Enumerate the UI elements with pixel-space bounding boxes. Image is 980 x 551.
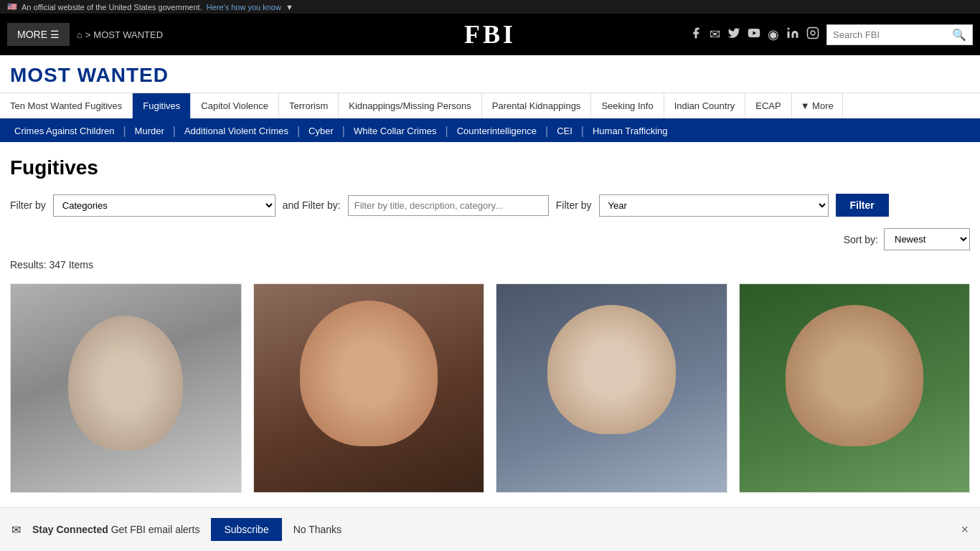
home-link[interactable]: ⌂ <box>77 29 83 40</box>
nav-capitol-violence[interactable]: Capitol Violence <box>191 93 279 118</box>
categories-filter[interactable]: Categories <box>53 194 275 217</box>
primary-nav: Ten Most Wanted Fugitives Fugitives Capi… <box>0 93 980 120</box>
instagram-icon[interactable] <box>806 27 819 43</box>
and-filter-by-label: and Filter by: <box>283 199 341 211</box>
page-title-bar: MOST WANTED <box>0 55 980 93</box>
subnav-cei[interactable]: CEI <box>548 120 581 142</box>
fugitive-card-3[interactable] <box>496 283 727 493</box>
text-filter-input[interactable] <box>348 195 549 216</box>
gov-banner-text: An official website of the United States… <box>22 3 202 11</box>
fugitive-photo-4 <box>740 284 970 492</box>
main-header: MORE ☰ ⌂ > MOST WANTED FBI ✉ ◉ 🔍 <box>0 14 980 55</box>
nav-seeking-info[interactable]: Seeking Info <box>591 93 664 118</box>
search-input[interactable] <box>833 29 948 40</box>
breadcrumb: ⌂ > MOST WANTED <box>77 29 163 40</box>
header-social: ✉ ◉ 🔍 <box>689 24 973 45</box>
nav-parental-kidnappings[interactable]: Parental Kidnappings <box>482 93 592 118</box>
subnav-additional-violent[interactable]: Additional Violent Crimes <box>176 120 297 142</box>
gov-banner-link[interactable]: Here's how you know <box>207 3 281 11</box>
nav-fugitives[interactable]: Fugitives <box>133 93 191 118</box>
subnav-murder[interactable]: Murder <box>126 120 173 142</box>
content-area: Fugitives Filter by Categories and Filte… <box>0 142 980 507</box>
sort-by-label: Sort by: <box>844 234 878 245</box>
page-title: MOST WANTED <box>10 64 970 87</box>
search-container: 🔍 <box>826 24 973 45</box>
sort-row: Sort by: Newest Oldest A-Z Z-A <box>10 228 970 250</box>
results-count: Results: 347 Items <box>10 259 970 270</box>
fugitive-card-1[interactable] <box>10 283 242 493</box>
flag-icon: 🇺🇸 <box>7 2 17 11</box>
nav-ten-most-wanted[interactable]: Ten Most Wanted Fugitives <box>0 93 133 118</box>
gov-banner: 🇺🇸 An official website of the United Sta… <box>0 0 980 14</box>
sort-select[interactable]: Newest Oldest A-Z Z-A <box>884 228 970 250</box>
filter-by-label-1: Filter by <box>10 199 46 211</box>
svg-point-0 <box>788 27 790 29</box>
flickr-icon[interactable]: ◉ <box>768 27 779 42</box>
breadcrumb-current: MOST WANTED <box>93 29 163 40</box>
svg-rect-1 <box>808 27 819 38</box>
facebook-icon[interactable] <box>689 27 702 43</box>
fugitive-photo-3 <box>496 284 727 492</box>
nav-indian-country[interactable]: Indian Country <box>664 93 746 118</box>
more-button[interactable]: MORE ☰ <box>7 23 70 46</box>
subnav-counterintelligence[interactable]: Counterintelligence <box>448 120 545 142</box>
filter-button[interactable]: Filter <box>836 194 889 217</box>
youtube-icon[interactable] <box>748 27 760 43</box>
fugitive-card-4[interactable] <box>739 283 971 493</box>
nav-kidnappings[interactable]: Kidnappings/Missing Persons <box>339 93 482 118</box>
fugitive-photo-2 <box>254 284 484 492</box>
header-left: MORE ☰ ⌂ > MOST WANTED <box>7 23 163 46</box>
subnav-cyber[interactable]: Cyber <box>300 120 342 142</box>
secondary-nav: Crimes Against Children | Murder | Addit… <box>0 120 980 142</box>
page-heading: Fugitives <box>10 156 970 179</box>
twitter-icon[interactable] <box>727 27 740 43</box>
fugitive-photo-1 <box>11 284 241 492</box>
gov-banner-dropdown: ▼ <box>286 3 293 11</box>
filter-row: Filter by Categories and Filter by: Filt… <box>10 194 970 217</box>
subnav-crimes-against-children[interactable]: Crimes Against Children <box>6 120 123 142</box>
nav-ecap[interactable]: ECAP <box>745 93 791 118</box>
nav-terrorism[interactable]: Terrorism <box>279 93 339 118</box>
fugitive-card-2[interactable] <box>253 283 485 493</box>
email-icon[interactable]: ✉ <box>710 27 720 42</box>
filter-by-label-2: Filter by <box>556 199 592 211</box>
cards-grid <box>10 283 970 493</box>
nav-more[interactable]: ▼ More <box>792 93 843 118</box>
search-button[interactable]: 🔍 <box>952 28 966 42</box>
subnav-human-trafficking[interactable]: Human Trafficking <box>584 120 677 142</box>
fbi-logo: FBI <box>464 19 516 50</box>
linkedin-icon[interactable] <box>786 27 799 43</box>
breadcrumb-sep: > <box>85 29 91 40</box>
year-filter[interactable]: Year <box>599 194 829 217</box>
subnav-white-collar[interactable]: White Collar Crimes <box>345 120 446 142</box>
